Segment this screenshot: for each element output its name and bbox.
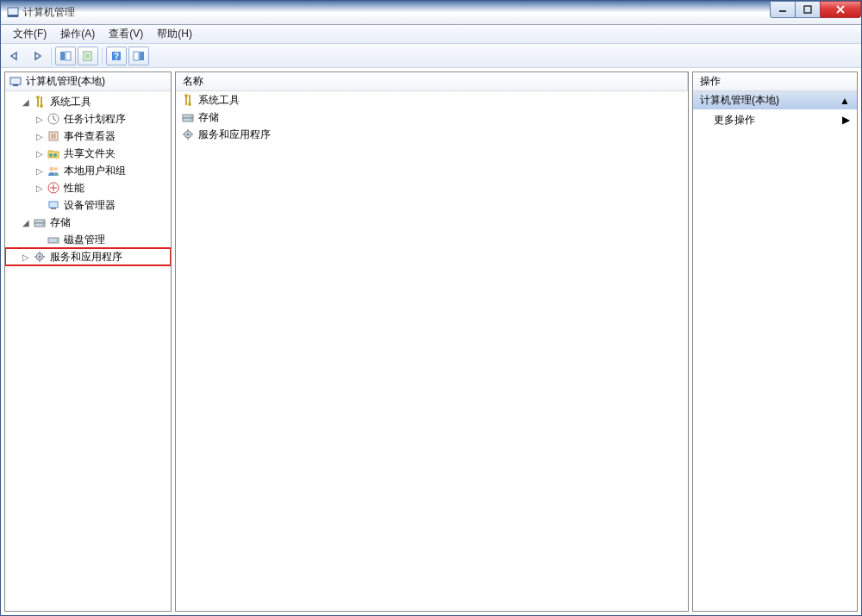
window-title: 计算机管理 [23, 5, 771, 20]
menu-file[interactable]: 文件(F) [6, 25, 53, 43]
actions-section-label: 计算机管理(本地) [700, 93, 779, 108]
tree-item-label: 磁盘管理 [62, 232, 107, 248]
menubar: 文件(F) 操作(A) 查看(V) 帮助(H) [1, 25, 861, 44]
svg-rect-11 [10, 78, 21, 84]
svg-rect-5 [66, 52, 71, 60]
maximize-button[interactable] [795, 1, 821, 18]
forward-button[interactable] [27, 47, 47, 65]
svg-rect-24 [49, 202, 58, 208]
menu-view[interactable]: 查看(V) [102, 25, 150, 43]
show-actions-button[interactable] [128, 47, 149, 65]
expander-icon[interactable]: ▷ [34, 166, 45, 176]
svg-rect-3 [804, 6, 811, 13]
tree-item-event-viewer[interactable]: ▷ 事件查看器 [5, 128, 171, 145]
svg-point-21 [50, 167, 54, 171]
svg-rect-2 [779, 10, 786, 12]
menu-help[interactable]: 帮助(H) [150, 25, 199, 43]
device-manager-icon [47, 198, 60, 212]
svg-point-29 [42, 224, 44, 226]
list-item[interactable]: 系统工具 [176, 91, 688, 109]
list-item[interactable]: 存储 [176, 109, 688, 126]
tree-item-label: 共享文件夹 [62, 146, 117, 162]
tree-panel: 计算机管理(本地) ◢ 系统工具 ▷ 任务计划程序 ▷ 事件查看器 [4, 72, 172, 612]
tree-item-label: 本地用户和组 [62, 163, 128, 179]
expander-icon[interactable]: ▷ [21, 252, 31, 262]
storage-icon [181, 110, 195, 124]
svg-point-33 [39, 256, 41, 258]
app-icon [6, 6, 20, 20]
help-button[interactable]: ? [106, 47, 127, 65]
menu-action[interactable]: 操作(A) [53, 25, 102, 43]
tools-icon [181, 93, 195, 107]
svg-point-31 [56, 240, 58, 241]
submenu-icon: ▶ [842, 114, 850, 126]
storage-icon [33, 215, 47, 229]
column-header-name[interactable]: 名称 [176, 72, 688, 90]
disk-icon [47, 233, 60, 246]
tree-item-disk-management[interactable]: 磁盘管理 [5, 231, 171, 248]
actions-section[interactable]: 计算机管理(本地) ▲ [693, 91, 857, 110]
toolbar: ? [1, 44, 861, 68]
svg-point-41 [191, 119, 192, 121]
svg-point-16 [40, 104, 43, 108]
tree-item-label: 系统工具 [48, 94, 93, 110]
tree-root[interactable]: 计算机管理(本地) [5, 72, 171, 91]
svg-rect-9 [134, 52, 139, 60]
tree-item-label: 事件查看器 [62, 128, 117, 145]
tree-item-storage[interactable]: ◢ 存储 [5, 214, 171, 231]
collapse-icon: ▲ [840, 95, 850, 107]
close-button[interactable] [820, 1, 861, 18]
svg-point-43 [187, 134, 190, 136]
back-button[interactable] [4, 47, 25, 65]
tree-item-services-apps[interactable]: ▷ 服务和应用程序 [5, 248, 171, 265]
expander-icon[interactable]: ▷ [34, 149, 45, 159]
tree-item-device-manager[interactable]: 设备管理器 [5, 196, 171, 214]
tree-item-label: 存储 [48, 215, 72, 231]
tree-item-task-scheduler[interactable]: ▷ 任务计划程序 [5, 110, 171, 128]
svg-point-37 [188, 103, 191, 106]
computer-management-icon [9, 75, 22, 89]
expander-icon[interactable]: ▷ [34, 184, 45, 193]
actions-panel: 操作 计算机管理(本地) ▲ 更多操作 ▶ [692, 72, 858, 612]
window: 计算机管理 文件(F) 操作(A) 查看(V) 帮助(H) ? 计算机管理(本地… [0, 0, 862, 616]
tree-item-local-users[interactable]: ▷ 本地用户和组 [5, 162, 171, 179]
svg-text:?: ? [114, 52, 119, 61]
window-controls [771, 1, 861, 18]
svg-point-36 [184, 94, 188, 97]
performance-icon [47, 181, 60, 195]
content-area: 计算机管理(本地) ◢ 系统工具 ▷ 任务计划程序 ▷ 事件查看器 [1, 68, 861, 615]
tree-item-label: 服务和应用程序 [48, 249, 124, 265]
svg-rect-25 [51, 208, 56, 209]
toolbar-separator [51, 47, 52, 65]
event-viewer-icon [47, 129, 60, 143]
clock-icon [47, 112, 60, 126]
action-more-actions[interactable]: 更多操作 ▶ [693, 110, 857, 129]
list-item-label: 存储 [198, 110, 219, 125]
action-item-label: 更多操作 [714, 113, 755, 128]
properties-button[interactable] [78, 47, 98, 65]
svg-point-40 [191, 115, 192, 117]
titlebar[interactable]: 计算机管理 [1, 1, 861, 25]
expander-icon[interactable]: ▷ [34, 115, 45, 124]
expander-icon[interactable]: ◢ [21, 218, 31, 227]
tree-item-label: 设备管理器 [62, 197, 117, 214]
svg-point-20 [53, 153, 57, 157]
list-panel: 名称 系统工具 存储 服务和应用程序 [175, 72, 689, 612]
actions-header: 操作 [693, 72, 857, 91]
svg-rect-1 [8, 15, 18, 17]
tree-item-system-tools[interactable]: ◢ 系统工具 [5, 93, 171, 110]
users-icon [47, 164, 60, 177]
tree-item-shared-folders[interactable]: ▷ 共享文件夹 [5, 145, 171, 162]
tree: ◢ 系统工具 ▷ 任务计划程序 ▷ 事件查看器 ▷ 共享文件夹 [5, 91, 171, 611]
svg-rect-4 [60, 52, 65, 60]
show-hide-tree-button[interactable] [55, 47, 76, 65]
minimize-button[interactable] [770, 1, 796, 18]
svg-point-19 [49, 153, 53, 157]
list-body: 系统工具 存储 服务和应用程序 [176, 91, 688, 611]
tree-item-performance[interactable]: ▷ 性能 [5, 179, 171, 196]
tree-item-label: 任务计划程序 [62, 111, 128, 128]
expander-icon[interactable]: ◢ [21, 97, 31, 107]
expander-icon[interactable]: ▷ [34, 132, 45, 141]
tree-item-label: 性能 [62, 180, 86, 196]
list-item[interactable]: 服务和应用程序 [176, 126, 688, 143]
